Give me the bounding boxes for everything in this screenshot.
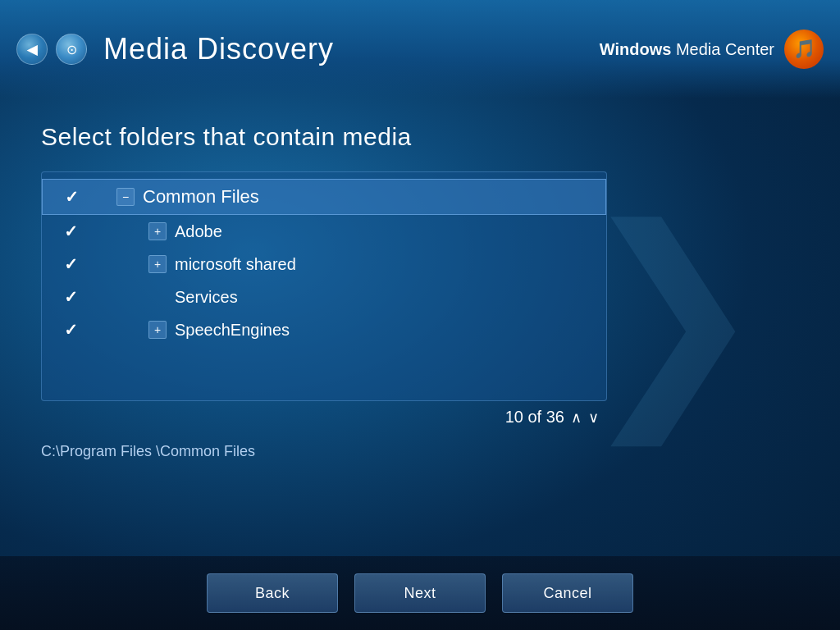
brand-suffix: Media Center bbox=[671, 40, 774, 58]
folder-row-services[interactable]: ✓ Services bbox=[42, 281, 606, 313]
brand-bold: Windows bbox=[600, 40, 672, 58]
pagination: 10 of 36 ∧ ∨ bbox=[41, 408, 607, 427]
title-bar-right: Windows Media Center 🎵 bbox=[600, 30, 824, 69]
title-bar: ◀ ⊙ Media Discovery Windows Media Center… bbox=[0, 0, 840, 98]
checkmark-services: ✓ bbox=[58, 287, 83, 307]
checkmark-speechengines: ✓ bbox=[58, 320, 83, 340]
back-nav-button[interactable]: ◀ bbox=[16, 34, 48, 65]
wmc-logo-icon: 🎵 bbox=[784, 30, 824, 69]
folder-list: ✓ − Common Files ✓ + Adobe ✓ + microsoft… bbox=[41, 171, 607, 401]
folder-name-speechengines: SpeechEngines bbox=[175, 321, 290, 340]
folder-row-adobe[interactable]: ✓ + Adobe bbox=[42, 215, 606, 248]
main-content: Select folders that contain media ✓ − Co… bbox=[0, 98, 840, 485]
back-button[interactable]: Back bbox=[207, 573, 338, 613]
folder-name-common-files: Common Files bbox=[143, 186, 259, 208]
page-heading: Select folders that contain media bbox=[41, 123, 799, 151]
folder-row-microsoft-shared[interactable]: ✓ + microsoft shared bbox=[42, 248, 606, 281]
pagination-down-button[interactable]: ∨ bbox=[588, 409, 599, 427]
pagination-up-button[interactable]: ∧ bbox=[571, 409, 582, 427]
path-info: C:\Program Files \Common Files bbox=[41, 443, 799, 460]
home-nav-button[interactable]: ⊙ bbox=[56, 34, 87, 65]
cancel-button[interactable]: Cancel bbox=[502, 573, 633, 613]
pagination-label: 10 of 36 bbox=[505, 408, 564, 427]
pagination-of: of bbox=[528, 408, 546, 426]
folder-row-speechengines[interactable]: ✓ + SpeechEngines bbox=[42, 313, 606, 346]
footer: Back Next Cancel bbox=[0, 556, 840, 630]
folder-row-common-files[interactable]: ✓ − Common Files bbox=[42, 179, 606, 215]
folder-name-services: Services bbox=[175, 288, 238, 307]
checkmark-adobe: ✓ bbox=[58, 221, 83, 241]
folder-name-microsoft-shared: microsoft shared bbox=[175, 255, 296, 274]
pagination-total: 36 bbox=[546, 408, 564, 426]
checkmark-microsoft-shared: ✓ bbox=[58, 254, 83, 274]
folder-name-adobe: Adobe bbox=[175, 222, 222, 241]
brand-text: Windows Media Center bbox=[600, 40, 774, 59]
pagination-current: 10 bbox=[505, 408, 523, 426]
expand-speechengines-button[interactable]: + bbox=[148, 321, 167, 339]
expand-common-files-button[interactable]: − bbox=[116, 188, 135, 206]
checkmark-common-files: ✓ bbox=[59, 187, 84, 207]
expand-adobe-button[interactable]: + bbox=[148, 222, 167, 240]
next-button[interactable]: Next bbox=[354, 573, 486, 613]
title-bar-left: ◀ ⊙ Media Discovery bbox=[16, 32, 334, 66]
expand-microsoft-shared-button[interactable]: + bbox=[148, 255, 167, 273]
app-title: Media Discovery bbox=[103, 32, 334, 66]
